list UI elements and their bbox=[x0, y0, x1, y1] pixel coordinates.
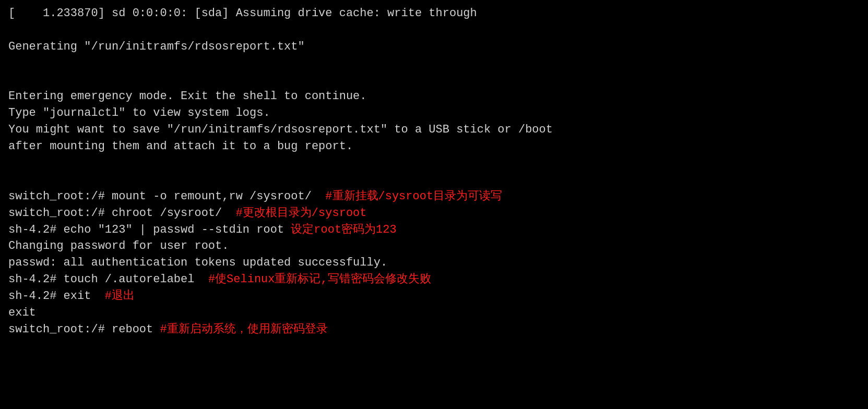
terminal-line bbox=[8, 22, 860, 39]
terminal-line bbox=[8, 155, 860, 172]
terminal-line: switch_root:/# chroot /sysroot/ #更改根目录为/… bbox=[8, 205, 860, 222]
terminal-line bbox=[8, 55, 860, 72]
terminal-line bbox=[8, 172, 860, 188]
terminal-text: #更改根目录为/sysroot bbox=[236, 207, 367, 220]
terminal-text: switch_root:/# reboot bbox=[8, 323, 160, 336]
terminal-line bbox=[8, 72, 860, 89]
terminal-text: sh-4.2# echo "123" | passwd --stdin root bbox=[8, 223, 291, 236]
terminal-text: #退出 bbox=[105, 290, 135, 303]
terminal-text: switch_root:/# chroot /sysroot/ bbox=[8, 207, 236, 220]
terminal-text: Generating "/run/initramfs/rdsosreport.t… bbox=[8, 40, 305, 53]
terminal-text: after mounting them and attach it to a b… bbox=[8, 140, 353, 153]
terminal-line: You might want to save "/run/initramfs/r… bbox=[8, 122, 860, 138]
terminal-line: passwd: all authentication tokens update… bbox=[8, 255, 860, 271]
terminal-line: Generating "/run/initramfs/rdsosreport.t… bbox=[8, 39, 860, 55]
terminal-line: sh-4.2# touch /.autorelabel #使Selinux重新标… bbox=[8, 271, 860, 288]
terminal-line: sh-4.2# echo "123" | passwd --stdin root… bbox=[8, 222, 860, 238]
terminal-text: Changing password for user root. bbox=[8, 239, 229, 252]
terminal-line: sh-4.2# exit #退出 bbox=[8, 288, 860, 305]
terminal-text: exit bbox=[8, 306, 36, 319]
terminal-text: Type "journalctl" to view system logs. bbox=[8, 106, 270, 119]
terminal-line: Type "journalctl" to view system logs. bbox=[8, 105, 860, 122]
terminal-line: after mounting them and attach it to a b… bbox=[8, 138, 860, 155]
terminal-text: [ 1.233870] sd 0:0:0:0: [sda] Assuming d… bbox=[8, 7, 477, 20]
terminal-line: Entering emergency mode. Exit the shell … bbox=[8, 88, 860, 105]
terminal-text: switch_root:/# mount -o remount,rw /sysr… bbox=[8, 190, 325, 203]
terminal-text: #使Selinux重新标记,写错密码会修改失败 bbox=[208, 273, 431, 286]
terminal-text: sh-4.2# exit bbox=[8, 290, 105, 303]
terminal-line: switch_root:/# reboot #重新启动系统，使用新密码登录 bbox=[8, 321, 860, 338]
terminal-text: passwd: all authentication tokens update… bbox=[8, 256, 387, 269]
terminal-line: [ 1.233870] sd 0:0:0:0: [sda] Assuming d… bbox=[8, 5, 860, 22]
terminal-text: #重新挂载/sysroot目录为可读写 bbox=[325, 190, 502, 203]
terminal-line: exit bbox=[8, 305, 860, 321]
terminal-text: 设定root密码为123 bbox=[291, 223, 396, 236]
terminal-output: [ 1.233870] sd 0:0:0:0: [sda] Assuming d… bbox=[8, 5, 860, 338]
terminal-line: Changing password for user root. bbox=[8, 238, 860, 255]
terminal-line: switch_root:/# mount -o remount,rw /sysr… bbox=[8, 188, 860, 205]
terminal-text: sh-4.2# touch /.autorelabel bbox=[8, 273, 208, 286]
terminal-text: #重新启动系统，使用新密码登录 bbox=[160, 323, 327, 336]
terminal-text: Entering emergency mode. Exit the shell … bbox=[8, 90, 367, 103]
terminal-text: You might want to save "/run/initramfs/r… bbox=[8, 123, 553, 136]
